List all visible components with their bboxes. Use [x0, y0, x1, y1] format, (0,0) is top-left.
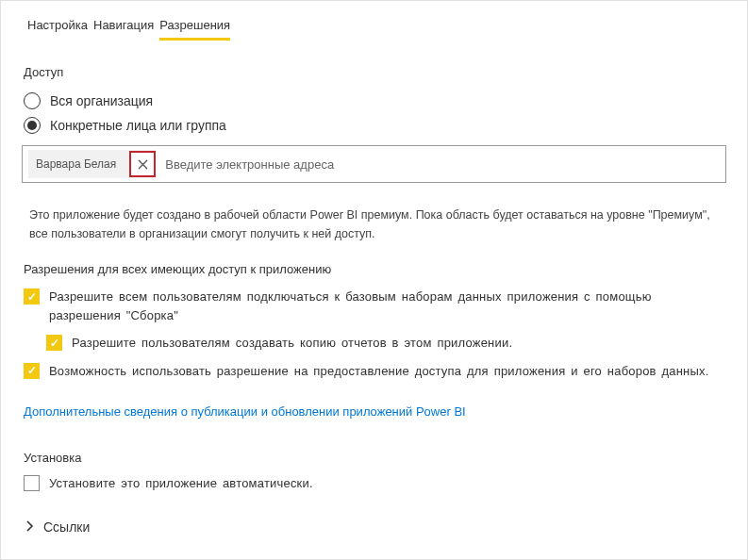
checkbox-checked-icon[interactable]: ✓ [46, 335, 62, 351]
user-chip-name: Варвара Белая [28, 157, 127, 171]
access-heading: Доступ [24, 65, 724, 79]
close-icon[interactable] [129, 151, 156, 177]
chevron-right-icon [25, 519, 34, 535]
radio-specific-label: Конкретные лица или группа [50, 118, 226, 133]
checkbox-checked-icon[interactable]: ✓ [24, 288, 40, 305]
learn-more-link[interactable]: Дополнительные сведения о публикации и о… [24, 404, 466, 419]
radio-unchecked-icon [24, 92, 41, 109]
permissions-heading: Разрешения для всех имеющих доступ к при… [24, 262, 724, 276]
tab-navigation[interactable]: Навигация [93, 18, 154, 41]
info-text: Это приложение будет создано в рабочей о… [29, 206, 719, 243]
checkbox-unchecked-icon[interactable] [24, 475, 40, 491]
checkbox-checked-icon[interactable]: ✓ [24, 363, 40, 379]
radio-specific[interactable]: Конкретные лица или группа [24, 117, 724, 134]
radio-entire-org[interactable]: Вся организация [24, 92, 724, 109]
install-heading: Установка [24, 451, 724, 465]
tabs-bar: Настройка Навигация Разрешения [1, 1, 747, 41]
perm-copy-label: Разрешите пользователям создавать копию … [72, 334, 512, 353]
perm-connect-datasets: ✓ Разрешите всем пользователям подключат… [24, 288, 724, 324]
links-label: Ссылки [43, 519, 90, 535]
perm-connect-label: Разрешите всем пользователям подключатьс… [49, 288, 724, 324]
install-auto-row: Установите это приложение автоматически. [24, 474, 724, 493]
perm-copy-reports: ✓ Разрешите пользователям создавать копи… [46, 334, 724, 353]
perm-grant-label: Возможность использовать разрешение на п… [49, 362, 709, 381]
links-expander[interactable]: Ссылки [25, 519, 723, 535]
user-chip: Варвара Белая [28, 150, 156, 178]
radio-checked-icon [24, 117, 41, 134]
perm-grant-access: ✓ Возможность использовать разрешение на… [24, 362, 724, 381]
email-input[interactable] [156, 151, 720, 177]
tab-permissions[interactable]: Разрешения [159, 18, 230, 41]
people-input-box: Варвара Белая [22, 145, 726, 183]
tab-setup[interactable]: Настройка [27, 18, 88, 41]
radio-entire-org-label: Вся организация [50, 93, 153, 108]
install-auto-label: Установите это приложение автоматически. [49, 474, 313, 493]
